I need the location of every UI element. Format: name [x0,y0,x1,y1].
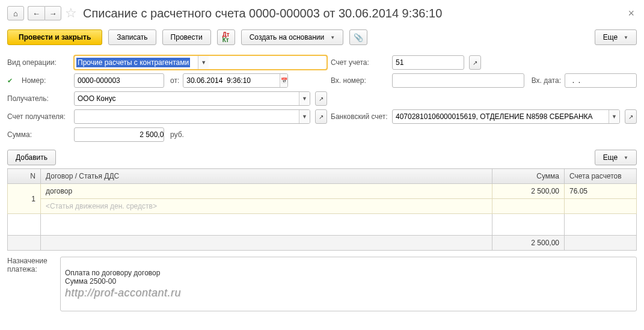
add-row-button[interactable]: Добавить [7,150,56,165]
operation-type-select[interactable]: Прочие расчеты с контрагентами ▼ [74,55,327,70]
arrow-left-icon: ← [32,9,40,18]
payment-purpose-text[interactable]: Оплата по договору договор Сумма 2500-00… [60,257,637,311]
dropdown-icon[interactable]: ▼ [198,56,209,69]
open-recipient-account-button[interactable]: ↗ [315,109,327,124]
sum-input[interactable]: 🖩 [74,127,164,142]
footer-sum: 2 500,00 [492,236,565,251]
recipient-account-label: Счет получателя: [7,112,70,121]
col-header-n[interactable]: N [8,169,41,184]
table-footer-row: 2 500,00 [8,236,637,251]
open-recipient-button[interactable]: ↗ [315,91,327,106]
open-bank-account-button[interactable]: ↗ [625,109,637,124]
debit-credit-button[interactable]: ДтКт [217,29,235,45]
date-from-label: от: [170,76,179,85]
in-date-label: Вх. дата: [532,76,561,85]
paperclip-icon [354,33,363,42]
recipient-label: Получатель: [7,94,70,103]
in-number-label: Вх. номер: [331,76,388,85]
account-select[interactable]: ▼ [392,55,464,70]
bank-account-label: Банковский счет: [331,112,388,121]
page-title: Списание с расчетного счета 0000-000003 … [83,7,622,20]
home-button[interactable]: ⌂ [7,6,24,20]
arrow-right-icon: → [49,9,57,18]
number-input[interactable] [74,73,164,88]
sum-label: Сумма: [7,130,70,139]
cell-contract[interactable]: договор [41,184,492,199]
create-based-on-button[interactable]: Создать на основании [241,29,343,45]
col-header-contract[interactable]: Договор / Статья ДДС [41,169,492,184]
favorite-star-icon[interactable]: ☆ [65,5,77,21]
payment-purpose-label: Назначение платежа: [7,257,55,273]
cell-sum[interactable]: 2 500,00 [492,184,565,199]
col-header-accounts[interactable]: Счета расчетов [565,169,637,184]
in-number-input[interactable] [392,73,524,88]
save-button[interactable]: Записать [108,29,156,45]
dropdown-icon[interactable]: ▼ [609,110,619,123]
table-blank-row[interactable] [8,214,637,236]
payments-table: N Договор / Статья ДДС Сумма Счета расче… [7,168,637,251]
bank-account-select[interactable]: ▼ [392,109,620,124]
cell-n[interactable]: 1 [8,184,41,214]
cell-dds[interactable]: <Статья движения ден. средств> [41,199,492,214]
date-input[interactable]: 📅 [183,73,288,88]
close-button[interactable]: × [625,7,637,20]
recipient-account-select[interactable]: ▼ [74,109,310,124]
operation-type-label: Вид операции: [7,58,70,67]
nav-back-button[interactable]: ← [28,6,44,20]
home-icon: ⌂ [13,9,18,18]
post-and-close-button[interactable]: Провести и закрыть [7,29,102,45]
table-row[interactable]: 1 договор 2 500,00 76.05 [8,184,637,199]
more-button[interactable]: Еще [595,29,637,45]
recipient-select[interactable]: ▼ [74,91,310,106]
watermark-text: http://prof-accontant.ru [65,287,632,299]
operation-type-value: Прочие расчеты с контрагентами [76,58,190,67]
debit-credit-icon: ДтКт [222,32,230,43]
calendar-icon[interactable]: 📅 [280,74,287,87]
col-header-sum[interactable]: Сумма [492,169,565,184]
attachments-button[interactable] [349,29,367,45]
table-row-dds[interactable]: <Статья движения ден. средств> [8,199,637,214]
account-label: Счет учета: [331,58,388,67]
posted-icon [7,76,18,85]
currency-label: руб. [170,130,184,139]
table-more-button[interactable]: Еще [595,150,637,165]
nav-forward-button[interactable]: → [44,6,61,20]
in-date-input[interactable]: 📅 [565,73,637,88]
number-label: Номер: [22,76,70,85]
dropdown-icon[interactable]: ▼ [299,110,310,123]
open-account-button[interactable]: ↗ [469,55,481,70]
cell-account[interactable]: 76.05 [565,184,637,199]
post-button[interactable]: Провести [162,29,211,45]
dropdown-icon[interactable]: ▼ [299,92,310,105]
